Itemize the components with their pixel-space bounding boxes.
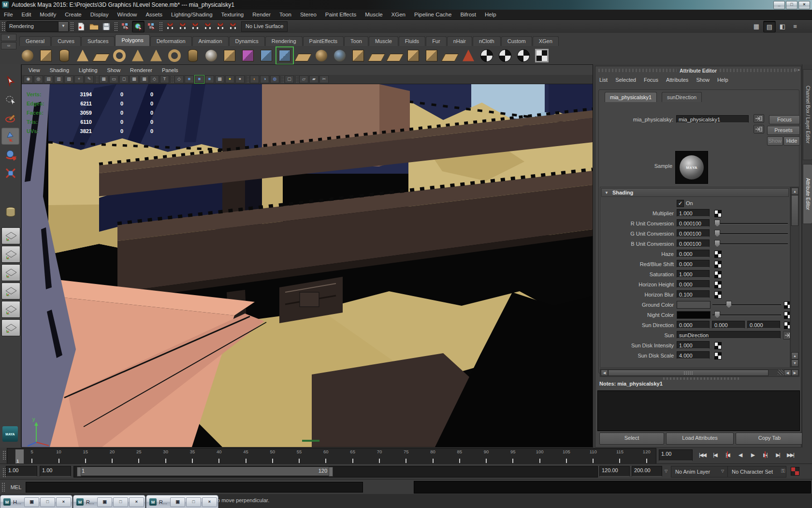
select-by-object-icon[interactable]: [132, 21, 145, 32]
ae-menu-selected[interactable]: Selected: [615, 77, 636, 83]
shadows-icon[interactable]: ●: [235, 75, 245, 83]
toggle-attribute-editor-icon[interactable]: ▤: [763, 21, 776, 32]
step-forward-key-button[interactable]: ▶|: [771, 449, 784, 461]
shading-on-checkbox[interactable]: ✓: [677, 200, 684, 207]
night-color-map-button[interactable]: [784, 312, 790, 319]
restore-window-icon[interactable]: ▣: [170, 497, 185, 507]
bridge-icon[interactable]: [368, 47, 385, 64]
shelf-tab-general[interactable]: General: [19, 36, 51, 46]
persp-outliner-layout[interactable]: [1, 264, 20, 281]
select-by-hierarchy-icon[interactable]: [119, 21, 131, 31]
plugin-shelf-icon[interactable]: ✂: [319, 75, 329, 83]
shaded-mode-icon[interactable]: ■: [185, 75, 194, 83]
menu-set-dropdown[interactable]: Rendering: [6, 21, 58, 32]
poly-prism-icon[interactable]: [130, 47, 146, 64]
mel-command-input[interactable]: [26, 482, 363, 493]
ae-menu-focus[interactable]: Focus: [644, 77, 658, 83]
shelf-tab-nhair[interactable]: nHair: [447, 36, 472, 46]
poly-pyramid-icon[interactable]: [148, 47, 164, 64]
shelf-tab-custom[interactable]: Custom: [501, 36, 532, 46]
scroll-left-icon[interactable]: ◀: [601, 370, 608, 376]
gate-mask-icon[interactable]: ▩: [130, 75, 139, 83]
haze-field[interactable]: 0.000: [677, 250, 710, 257]
make-object-live-icon[interactable]: [227, 21, 239, 32]
step-back-frame-button[interactable]: |◀: [721, 449, 734, 461]
motion-blur-icon[interactable]: ◑: [260, 75, 269, 83]
shelf-tab-rendering[interactable]: Rendering: [265, 36, 303, 46]
mirror-geometry-icon[interactable]: [478, 47, 495, 64]
restore-window-icon[interactable]: ▣: [24, 497, 39, 507]
last-tool-soft-mod[interactable]: [1, 203, 19, 220]
g-unit-conversion-slider-handle[interactable]: [714, 230, 720, 237]
horizon-blur-field[interactable]: 0.100: [677, 290, 710, 298]
menu-file[interactable]: File: [4, 12, 13, 17]
animation-start-field[interactable]: 1.00: [6, 466, 37, 477]
isolate-select-icon[interactable]: ▢: [285, 75, 294, 83]
image-plane-icon[interactable]: ▧: [64, 75, 73, 83]
panel-drag-handle[interactable]: [720, 69, 798, 72]
select-button[interactable]: Select: [599, 433, 664, 445]
red-blue-shift-map-button[interactable]: [714, 261, 722, 268]
sun-direction-map-button[interactable]: [784, 322, 790, 329]
toggle-modeling-toolkit-icon[interactable]: ▦: [751, 21, 762, 31]
select-by-component-icon[interactable]: [145, 21, 157, 31]
bookmark-icon[interactable]: ▥: [54, 75, 63, 83]
sun-direction-1-field[interactable]: 0.000: [712, 321, 745, 329]
2d-pan-zoom-icon[interactable]: +: [74, 75, 84, 83]
set-key-icon[interactable]: ⚿: [781, 468, 785, 474]
copy-tab-button[interactable]: Copy Tab: [736, 433, 803, 445]
ae-tab-mia_physicalsky1[interactable]: mia_physicalsky1: [605, 92, 657, 102]
maximize-window-icon[interactable]: □: [113, 497, 128, 507]
shading-section-header[interactable]: ▼Shading: [601, 188, 789, 197]
play-forwards-button[interactable]: ▶: [746, 449, 759, 461]
panel-drag-handle[interactable]: [598, 69, 677, 72]
night-color-swatch[interactable]: [677, 311, 710, 319]
anim-layer-dropdown-icon[interactable]: ▽: [665, 469, 667, 473]
select-tool[interactable]: [1, 73, 19, 90]
poly-pipe-icon[interactable]: [166, 47, 183, 64]
sun-disk-scale-field[interactable]: 4.000: [677, 351, 710, 359]
sidebar-tab-attribute-editor[interactable]: Attribute Editor: [803, 164, 812, 224]
close-window-icon[interactable]: ×: [56, 497, 71, 507]
shelf-tab-fluids[interactable]: Fluids: [399, 36, 425, 46]
sun-disk-intensity-field[interactable]: 1.000: [677, 341, 710, 349]
range-start-handle[interactable]: [77, 467, 81, 477]
boolean-icon[interactable]: [313, 47, 330, 64]
shelf-tab-ncloth[interactable]: nCloth: [473, 36, 501, 46]
poly-cube-icon[interactable]: [38, 47, 54, 64]
viewport-menu-renderer[interactable]: Renderer: [130, 67, 152, 73]
poly-cylinder-icon[interactable]: [56, 47, 72, 64]
new-scene-icon[interactable]: [75, 21, 87, 32]
use-default-material-icon[interactable]: ■: [205, 75, 214, 83]
snap-to-projected-center-icon[interactable]: [202, 21, 214, 32]
sample-swatch[interactable]: M∧YA: [675, 151, 708, 184]
menu-help[interactable]: Help: [485, 12, 496, 17]
menu-render[interactable]: Render: [252, 12, 271, 17]
scrollbar-thumb[interactable]: [791, 195, 798, 226]
sun-disk-intensity-map-button[interactable]: [714, 342, 722, 349]
horizon-height-map-button[interactable]: [714, 281, 722, 288]
smooth-icon[interactable]: [332, 47, 348, 64]
four-pane-layout[interactable]: [1, 246, 20, 263]
rotate-tool[interactable]: [1, 146, 19, 163]
checker-material-icon[interactable]: ▩: [215, 75, 224, 83]
multi-cut-icon[interactable]: [276, 47, 293, 64]
menu-create[interactable]: Create: [65, 12, 82, 17]
close-window-icon[interactable]: ×: [202, 497, 217, 507]
focus-button[interactable]: Focus: [769, 115, 800, 124]
select-camera-icon[interactable]: ◉: [24, 75, 33, 83]
sun-direction-2-field[interactable]: 0.000: [747, 321, 780, 329]
status-grip[interactable]: [159, 22, 162, 31]
grid-icon[interactable]: ▦: [99, 75, 108, 83]
current-time-field[interactable]: 1.00: [659, 449, 693, 461]
move-tool[interactable]: [1, 128, 19, 145]
ambient-occlusion-icon[interactable]: ◐: [250, 75, 259, 83]
combine-icon[interactable]: [258, 47, 275, 64]
menu-modify[interactable]: Modify: [40, 12, 56, 17]
close-window-icon[interactable]: ×: [129, 497, 144, 507]
ae-menu-list[interactable]: List: [599, 77, 608, 83]
menu-paint-effects[interactable]: Paint Effects: [325, 12, 356, 17]
sidebar-tab-channel-box-layer-editor[interactable]: Channel Box / Layer Editor: [803, 69, 812, 160]
viewport-menu-show[interactable]: Show: [107, 67, 121, 73]
multiplier-field[interactable]: 1.000: [677, 209, 710, 217]
